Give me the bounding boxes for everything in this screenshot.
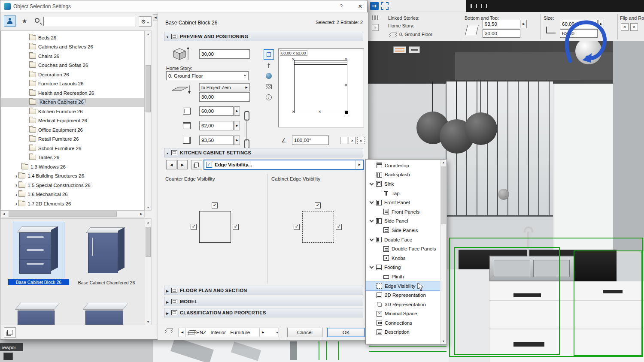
link-dimensions-chain-icon[interactable] — [243, 108, 249, 152]
section-floor-plan-and-section[interactable]: FLOOR PLAN AND SECTION — [164, 286, 363, 295]
section-model[interactable]: MODEL — [164, 297, 363, 306]
chevron-down-icon[interactable] — [370, 265, 374, 269]
menu-item-knobs[interactable]: Knobs — [366, 253, 440, 263]
thumbnail-partial[interactable] — [13, 299, 64, 325]
tree-item-retail-furniture-26[interactable]: Retail Furniture 26 — [1, 135, 144, 144]
thumbnail-base-cabinet-block[interactable] — [13, 222, 64, 278]
scrollbar-thumb[interactable] — [9, 211, 117, 217]
menu-item-countertop[interactable]: Countertop — [366, 161, 440, 170]
tree-item-couches-and-sofas-26[interactable]: Couches and Sofas 26 — [1, 61, 144, 70]
flip-toggle[interactable] — [621, 23, 629, 31]
menu-item-minimal-space[interactable]: Minimal Space — [366, 309, 440, 319]
ghost-toggle[interactable]: × — [357, 137, 365, 144]
search-input[interactable] — [43, 17, 136, 26]
menu-item-tap[interactable]: Tap — [366, 189, 440, 198]
menu-item-3d-representation[interactable]: 3D Representation — [366, 300, 440, 309]
settings-page-dropdown[interactable]: Edge Visibility... — [204, 160, 364, 170]
home-story-value[interactable]: 0. Ground Floor — [399, 32, 432, 37]
cabinet-left-edge-checkbox[interactable] — [294, 224, 300, 230]
help-button[interactable]: ? — [340, 3, 343, 9]
section-view-button[interactable] — [264, 82, 273, 91]
bottom-elevation-spinner[interactable] — [521, 20, 527, 28]
tree-item-school-furniture-26[interactable]: School Furniture 26 — [1, 144, 144, 153]
counter-top-edge-checkbox[interactable] — [212, 202, 218, 208]
rotate-toggle[interactable]: × — [349, 137, 356, 144]
new-window-button[interactable] — [4, 327, 16, 338]
section-preview-positioning[interactable]: PREVIEW AND POSITIONING — [164, 32, 363, 41]
chevron-right-icon[interactable] — [15, 200, 17, 207]
dialog-titlebar[interactable]: Object Selection Settings ? × — [0, 0, 367, 12]
scrollbar-thumb[interactable] — [146, 227, 151, 257]
depth-spinner[interactable] — [234, 121, 240, 130]
chevron-right-icon[interactable] — [15, 191, 17, 198]
3d-view-button[interactable] — [264, 72, 273, 80]
scrollbar-thumb[interactable] — [146, 65, 151, 112]
prev-layer-button[interactable]: ◀ — [179, 328, 186, 337]
tree-item-furniture-layouts-26[interactable]: Furniture Layouts 26 — [1, 79, 144, 89]
menu-scrollbar[interactable]: ▲ ▼ — [440, 160, 447, 344]
2d-preview-pane[interactable]: 60,00 x 62,00 × × × × × — [278, 48, 364, 127]
menu-item-sink[interactable]: Sink — [366, 179, 440, 189]
tree-item-health-and-recreation-26[interactable]: Health and Recreation 26 — [1, 88, 144, 98]
cabinet-right-edge-checkbox[interactable] — [336, 224, 342, 230]
next-layer-button[interactable]: ▶ — [259, 328, 266, 337]
tree-item-1-4-building-structures-26[interactable]: 1.4 Building Structures 26 — [1, 172, 144, 181]
scroll-down-button[interactable]: ▼ — [145, 319, 151, 325]
bottom-elevation-field[interactable]: 93,50 — [483, 20, 520, 28]
menu-item-side-panel[interactable]: Side Panel — [366, 217, 440, 226]
section-classification-properties[interactable]: CLASSIFICATION AND PROPERTIES — [164, 308, 363, 317]
menu-item-plinth[interactable]: Plinth — [366, 272, 440, 281]
tree-vertical-scrollbar[interactable]: ▲ ▼ — [145, 30, 152, 211]
scroll-up-button[interactable]: ▲ — [440, 160, 447, 165]
chevron-right-icon[interactable] — [15, 173, 17, 179]
tree-item-medical-equipment-26[interactable]: Medical Equipment 26 — [1, 116, 144, 126]
menu-item-side-panels[interactable]: Side Panels — [366, 226, 440, 235]
tree-item-beds-26[interactable]: Beds 26 — [1, 33, 144, 42]
layer-select[interactable]: ◀ ENZ - Interior - Furniture ▶ — [179, 328, 279, 337]
counter-right-edge-checkbox[interactable] — [233, 224, 239, 230]
tree-item-1-3-windows-26[interactable]: 1.3 Windows 26 — [1, 162, 144, 172]
transfer-settings-button[interactable] — [191, 160, 202, 169]
previous-page-button[interactable]: ◀ — [166, 160, 176, 169]
scroll-up-button[interactable]: ▲ — [145, 219, 151, 225]
cabinet-top-edge-checkbox[interactable] — [315, 202, 321, 208]
elevation-bottom-field[interactable]: 30,00 — [199, 92, 250, 102]
ok-button[interactable]: OK — [327, 328, 365, 337]
tree-item-cabinets-and-shelves-26[interactable]: Cabinets and Shelves 26 — [1, 42, 144, 52]
next-page-button[interactable]: ▶ — [177, 160, 188, 169]
marquee-icon[interactable] — [381, 2, 389, 10]
menu-item-front-panels[interactable]: Front Panels — [366, 207, 440, 217]
pin-view-button[interactable] — [264, 61, 273, 70]
counter-left-edge-checkbox[interactable] — [191, 224, 197, 230]
hotspot[interactable] — [345, 111, 348, 114]
tree-item-1-5-special-constructions-26[interactable]: 1.5 Special Constructions 26 — [1, 181, 144, 190]
tree-item-tables-26[interactable]: Tables 26 — [1, 153, 144, 163]
chevron-down-icon[interactable] — [370, 181, 374, 186]
chevron-down-icon[interactable] — [370, 237, 374, 241]
favorites-button[interactable] — [18, 15, 30, 27]
viewport-mini-icon[interactable] — [3, 353, 13, 360]
submenu-arrow-icon[interactable] — [355, 160, 363, 169]
thumbnail-base-cabinet-chamfered[interactable] — [79, 222, 133, 278]
expand-toolbar-button[interactable]: » — [372, 24, 379, 31]
width-field[interactable]: 60,00 — [199, 106, 234, 116]
menu-item-backsplash[interactable]: Backsplash — [366, 170, 440, 180]
elevation-top-field[interactable]: 30,00 — [199, 49, 250, 59]
menu-item-connections[interactable]: Connections — [366, 318, 440, 328]
cancel-button[interactable]: Cancel — [287, 328, 322, 337]
chevron-down-icon[interactable] — [370, 218, 374, 223]
floor-plan-view-button[interactable] — [264, 49, 274, 60]
tree-item-chairs-26[interactable]: Chairs 26 — [1, 51, 144, 61]
menu-item-edge-visibility[interactable]: Edge Visibility — [366, 281, 440, 291]
depth-field[interactable]: 62,00 — [199, 121, 234, 130]
height-spinner[interactable] — [234, 136, 240, 145]
menu-item-footing[interactable]: Footing — [366, 263, 440, 272]
menu-item-2d-representation[interactable]: 2D Representation — [366, 290, 440, 300]
close-button[interactable]: × — [355, 2, 365, 11]
tree-item-decoration-26[interactable]: Decoration 26 — [1, 70, 144, 79]
scroll-left-button[interactable]: ◀ — [1, 211, 7, 217]
scroll-down-button[interactable]: ▼ — [145, 204, 151, 210]
menu-item-double-face-panels[interactable]: Double Face Panels — [366, 244, 440, 253]
tree-item-kitchen-cabinets-26[interactable]: Kitchen Cabinets 26 — [1, 98, 144, 107]
chevron-right-icon[interactable] — [15, 182, 17, 188]
